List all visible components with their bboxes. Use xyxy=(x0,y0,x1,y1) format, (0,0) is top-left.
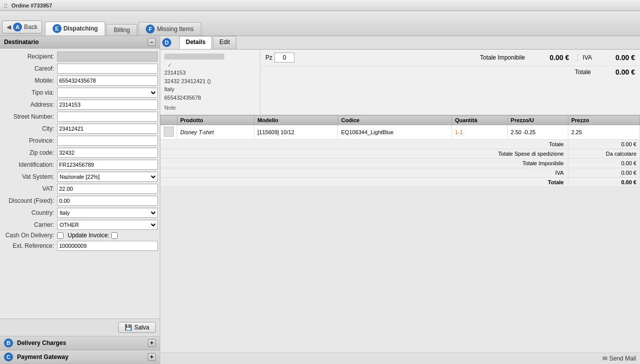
row-prezzo: 2.25 xyxy=(568,125,639,140)
col-prodotto: Prodotto xyxy=(177,116,254,125)
save-label: Salva xyxy=(134,324,149,331)
tipo-via-select[interactable] xyxy=(57,88,158,98)
recipient-name-blurred xyxy=(164,54,224,60)
totale-row: Totale 0.00 € xyxy=(260,66,640,78)
delivery-charges-add-button[interactable]: + xyxy=(148,339,156,347)
left-bottom: 💾 Salva B Delivery Charges + C Payment G… xyxy=(0,318,160,364)
checkmark-icon: ✓ xyxy=(167,62,172,69)
col-thumb xyxy=(161,116,177,125)
tab-billing[interactable]: Billing xyxy=(106,24,137,36)
vat-system-select[interactable]: Nazionale [22%] xyxy=(57,172,158,182)
iva-value: 0.00 € xyxy=(595,54,635,62)
tab-edit-label: Edit xyxy=(219,39,230,46)
row-prodotto: Disney T-shirt xyxy=(177,125,254,140)
identification-label: Identification: xyxy=(2,161,57,168)
subtotal-spese-label: Totale Spese di spedizione xyxy=(161,149,568,159)
missing-items-badge: F xyxy=(146,25,155,34)
careof-input[interactable] xyxy=(57,64,158,74)
back-button[interactable]: ◀ A Back xyxy=(2,21,42,34)
delivery-charges-header: B Delivery Charges + xyxy=(0,336,160,350)
totale-label: Totale xyxy=(575,69,591,76)
payment-gateway-label: Payment Gateway xyxy=(17,353,69,360)
subtotal-iva-value: 0.00 € xyxy=(568,168,639,178)
table-row[interactable]: Disney T-shirt [115609] 10/12 EQ106344_L… xyxy=(161,125,640,140)
ext-ref-label: Ext. Reference: xyxy=(2,242,57,249)
tab-missing-items[interactable]: F Missing Items xyxy=(138,22,201,36)
mobile-label: Mobile: xyxy=(2,77,57,84)
discount-row: Discount (Fixed): xyxy=(2,196,158,206)
row-prezzo-u: 2.50 -0.25 xyxy=(507,125,568,140)
send-mail-bar: ✉ Send Mail xyxy=(160,352,640,364)
city-row: City: xyxy=(2,124,158,134)
vat-system-row: Vat System: Nazionale [22%] xyxy=(2,172,158,182)
cod-checkbox[interactable] xyxy=(57,232,64,239)
carrier-select[interactable]: OTHER xyxy=(57,220,158,230)
tab-edit[interactable]: Edit xyxy=(213,36,236,49)
subtotal-imponibile-value: 0.00 € xyxy=(568,159,639,168)
ext-ref-input[interactable] xyxy=(57,241,158,251)
address-line1: 2314153 xyxy=(164,69,256,77)
tab-details[interactable]: Details xyxy=(179,36,212,49)
recipient-row: Recipient: xyxy=(2,52,158,62)
totale-imponibile-block: Totale Imponibile 0.00 € xyxy=(480,54,569,62)
country-label: Country: xyxy=(2,209,57,216)
street-number-label: Street Number: xyxy=(2,113,57,120)
address-line3: Italy xyxy=(164,85,256,94)
address-input[interactable] xyxy=(57,100,158,110)
send-mail-button[interactable]: ✉ Send Mail xyxy=(602,355,636,362)
recipient-input[interactable] xyxy=(57,52,158,62)
mail-icon: ✉ xyxy=(602,355,607,362)
iva-block: IVA 0.00 € xyxy=(577,54,635,62)
carrier-label: Carrier: xyxy=(2,221,57,228)
delivery-charges-label: Delivery Charges xyxy=(17,339,66,346)
right-panel: D Details Edit ✓ 2314153 32432 23412421 … xyxy=(160,36,640,364)
street-number-input[interactable] xyxy=(57,112,158,122)
discount-label: Discount (Fixed): xyxy=(2,197,57,204)
row-codice: EQ106344_LightBlue xyxy=(338,125,452,140)
right-summary: Pz 0 Totale Imponibile 0.00 € IVA 0.00 €… xyxy=(260,50,640,115)
subtotal-spese-value: Da calcolare xyxy=(568,149,639,159)
back-badge: A xyxy=(13,23,22,32)
pz-box: Pz 0 xyxy=(265,53,294,63)
collapse-button[interactable]: − xyxy=(148,38,156,46)
identification-row: Identification: xyxy=(2,160,158,170)
tipo-via-row: Tipo via: xyxy=(2,88,158,98)
province-label: Province: xyxy=(2,137,57,144)
zip-row: Zip code: xyxy=(2,148,158,158)
subtotal-iva-label: IVA xyxy=(161,168,568,178)
vat-row: VAT: xyxy=(2,184,158,194)
update-invoice-checkbox[interactable] xyxy=(111,232,118,239)
carrier-row: Carrier: OTHER xyxy=(2,220,158,230)
subtotal-imponibile-label: Totale Imponibile xyxy=(161,159,568,168)
tab-dispatching-label: Dispatching xyxy=(64,25,98,32)
subtotal-final-label: Totale xyxy=(161,178,568,187)
country-select[interactable]: Italy xyxy=(57,208,158,218)
note-label: Note xyxy=(164,105,256,111)
vat-label: VAT: xyxy=(2,185,57,192)
save-button[interactable]: 💾 Salva xyxy=(118,322,156,333)
tab-dispatching[interactable]: E Dispatching xyxy=(45,22,106,36)
tipo-via-label: Tipo via: xyxy=(2,89,57,96)
identification-input[interactable] xyxy=(57,160,158,170)
summary-top-row: Pz 0 Totale Imponibile 0.00 € IVA 0.00 € xyxy=(260,50,640,66)
zip-input[interactable] xyxy=(57,148,158,158)
address-card: ✓ 2314153 32432 23412421 () Italy 655432… xyxy=(160,50,260,115)
subtotal-spese-row: Totale Spese di spedizione Da calcolare xyxy=(161,149,640,159)
address-label: Address: xyxy=(2,101,57,108)
province-input[interactable] xyxy=(57,136,158,146)
payment-gateway-header: C Payment Gateway + xyxy=(0,350,160,364)
col-modello: Modello xyxy=(254,116,338,125)
products-table: Prodotto Modello Codice Quantità Prezzo/… xyxy=(160,115,640,187)
mobile-input[interactable] xyxy=(57,76,158,86)
subtotal-imponibile-row: Totale Imponibile 0.00 € xyxy=(161,159,640,168)
country-row: Country: Italy xyxy=(2,208,158,218)
window-order-title: Ordine #733957 xyxy=(12,3,52,9)
vat-input[interactable] xyxy=(57,184,158,194)
subtotal-totale-value: 0.00 € xyxy=(568,140,639,149)
payment-gateway-add-button[interactable]: + xyxy=(148,353,156,361)
col-prezzo: Prezzo xyxy=(568,116,639,125)
vat-system-label: Vat System: xyxy=(2,173,57,180)
discount-input[interactable] xyxy=(57,196,158,206)
product-thumbnail xyxy=(164,127,174,137)
city-input[interactable] xyxy=(57,124,158,134)
